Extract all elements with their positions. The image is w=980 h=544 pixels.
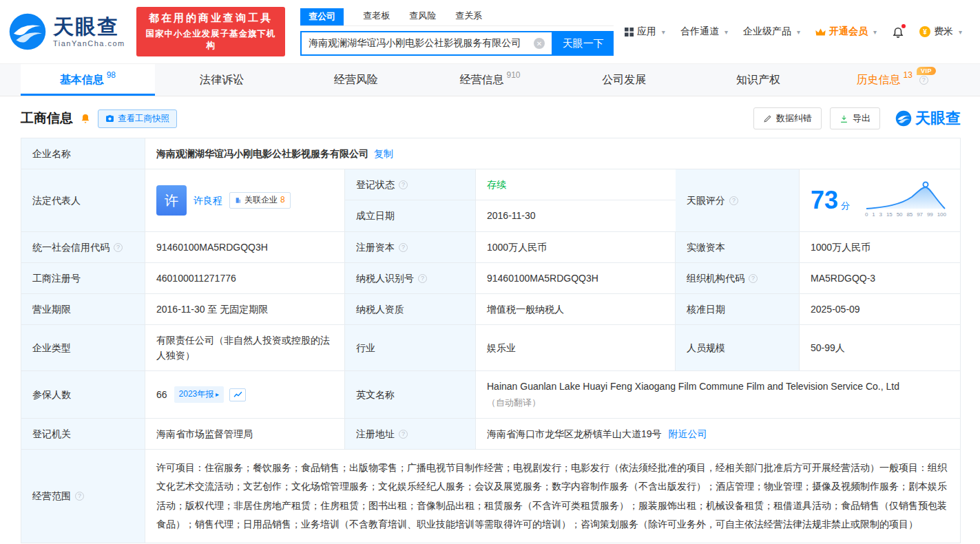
tab-label: 知识产权 xyxy=(736,73,780,87)
info-icon[interactable] xyxy=(919,76,928,85)
reg-status-label: 登记状态 xyxy=(345,169,476,200)
brand-watermark-icon xyxy=(895,110,912,127)
related-companies-badge[interactable]: 关联企业 8 xyxy=(229,192,291,208)
apps-grid-icon xyxy=(625,28,634,36)
notification-dot xyxy=(901,24,906,28)
search-tab-relation[interactable]: 查关系 xyxy=(455,8,482,25)
tab-intellectual-property[interactable]: 知识产权 xyxy=(691,64,826,96)
paid-capital-value: 1000万人民币 xyxy=(800,232,960,262)
info-icon[interactable] xyxy=(418,274,427,283)
insured-count-label: 参保人数 xyxy=(21,371,145,418)
company-name-label: 企业名称 xyxy=(21,138,145,169)
snapshot-button-label: 查看工商快照 xyxy=(118,113,169,125)
logo-subtitle: TianYanCha.com xyxy=(53,39,125,48)
business-term-value: 2016-11-30 至 无固定期限 xyxy=(145,294,345,324)
nav-apps[interactable]: 应用 xyxy=(625,25,665,38)
reg-authority-label: 登记机关 xyxy=(21,419,145,449)
tianyancha-logo[interactable]: 天眼查 TianYanCha.com xyxy=(8,12,125,51)
related-companies-count: 8 xyxy=(280,193,285,207)
search-block: 查公司 查老板 查风险 查关系 天眼一下 xyxy=(300,8,614,56)
search-tab-boss[interactable]: 查老板 xyxy=(363,8,390,25)
snapshot-button[interactable]: 查看工商快照 xyxy=(98,109,177,128)
insured-count-value: 66 2023年报 xyxy=(145,371,345,418)
search-row: 天眼一下 xyxy=(300,31,614,56)
table-row-company-type: 企业类型 有限责任公司（非自然人投资或控股的法人独资） 行业 娱乐业 人员规模 … xyxy=(21,325,960,371)
english-name-label: 英文名称 xyxy=(345,371,476,418)
tab-operation-info[interactable]: 经营信息 910 xyxy=(423,64,557,96)
business-scope-value: 许可项目：住宿服务；餐饮服务；食品销售；出版物零售；广播电视节目制作经营；电视剧… xyxy=(145,450,960,543)
crown-icon xyxy=(815,28,826,36)
info-icon[interactable] xyxy=(729,196,738,205)
establish-date-value: 2016-11-30 xyxy=(476,200,676,231)
notifications-bell[interactable] xyxy=(892,25,904,38)
english-name-value: Hainan Guanlan Lake Huayi Feng Xiaogang … xyxy=(476,371,960,418)
tab-count: 98 xyxy=(107,70,116,80)
taxpayer-id-value: 91460100MA5RDGQQ3H xyxy=(476,263,676,293)
related-companies-label: 关联企业 xyxy=(244,193,278,207)
top-header: 天眼查 TianYanCha.com 都在用的商业查询工具 国家中小企业发展子基… xyxy=(0,0,980,63)
reg-capital-label: 注册资本 xyxy=(345,232,476,262)
tab-count: 13 xyxy=(903,70,912,80)
annual-report-badge[interactable]: 2023年报 xyxy=(174,386,225,402)
taxpayer-quality-label: 纳税人资质 xyxy=(345,294,476,324)
search-tab-company[interactable]: 查公司 xyxy=(300,8,344,25)
table-row-reg-number: 工商注册号 460100011271776 纳税人识别号 91460100MA5… xyxy=(21,263,960,294)
score-axis: 0131550859799100 xyxy=(865,211,946,220)
table-row-insured: 参保人数 66 2023年报 英文名称 Hainan Guanlan Lake … xyxy=(21,371,960,419)
industry-label: 行业 xyxy=(345,325,476,370)
staff-size-value: 50-99人 xyxy=(800,325,960,370)
legal-rep-label: 法定代表人 xyxy=(21,169,145,231)
logo-title: 天眼查 xyxy=(53,17,125,37)
nearby-companies-link[interactable]: 附近公司 xyxy=(669,426,707,441)
score-chart[interactable]: 0131550859799100 xyxy=(865,181,946,220)
search-tab-risk[interactable]: 查风险 xyxy=(409,8,436,25)
info-icon[interactable] xyxy=(114,243,123,252)
export-icon xyxy=(840,114,848,123)
nav-cooperation[interactable]: 合作通道 xyxy=(680,25,728,38)
auto-translate-note: （自动翻译） xyxy=(487,396,541,410)
section-head: 工商信息 查看工商快照 数据纠错 导出 天眼查 xyxy=(21,107,961,129)
credit-code-value: 91460100MA5RDGQQ3H xyxy=(145,232,345,262)
info-icon[interactable] xyxy=(75,492,84,501)
nav-user[interactable]: 费米 xyxy=(919,25,962,38)
copy-link[interactable]: 复制 xyxy=(374,146,393,161)
subscribe-bell-icon[interactable] xyxy=(80,113,91,124)
business-term-label: 营业期限 xyxy=(21,294,145,324)
search-button[interactable]: 天眼一下 xyxy=(553,31,614,56)
company-type-label: 企业类型 xyxy=(21,325,145,370)
data-correction-button[interactable]: 数据纠错 xyxy=(753,107,822,129)
reg-capital-value: 1000万人民币 xyxy=(476,232,676,262)
nav-vip[interactable]: 开通会员 xyxy=(815,25,877,38)
tab-company-development[interactable]: 公司发展 xyxy=(557,64,691,96)
info-icon[interactable] xyxy=(399,430,408,439)
score-label: 天眼评分 xyxy=(676,169,800,231)
tab-history-info[interactable]: 历史信息 13 VIP xyxy=(825,64,959,96)
reg-address-value: 海南省海口市龙华区龙桥镇羊山大道19号 附近公司 xyxy=(476,419,960,449)
tab-label: 经营风险 xyxy=(334,73,378,87)
trend-chart-icon[interactable] xyxy=(229,388,246,401)
table-row-business-term: 营业期限 2016-11-30 至 无固定期限 纳税人资质 增值税一般纳税人 核… xyxy=(21,294,960,325)
table-row-reg-authority: 登记机关 海南省市场监督管理局 注册地址 海南省海口市龙华区龙桥镇羊山大道19号… xyxy=(21,419,960,450)
tab-operation-risk[interactable]: 经营风险 xyxy=(289,64,423,96)
tab-label: 基本信息 xyxy=(60,73,104,87)
info-icon[interactable] xyxy=(749,274,758,283)
search-input[interactable] xyxy=(302,38,534,49)
right-tools: 数据纠错 导出 天眼查 xyxy=(753,107,961,129)
legal-rep-name-link[interactable]: 许良程 xyxy=(194,193,222,208)
info-icon[interactable] xyxy=(399,243,408,252)
legal-rep-avatar[interactable]: 许 xyxy=(156,185,187,216)
tab-basic-info[interactable]: 基本信息 98 xyxy=(21,64,155,96)
related-companies-icon xyxy=(235,197,242,204)
clear-search-icon[interactable] xyxy=(534,38,545,49)
establish-date-pair: 成立日期 2016-11-30 xyxy=(345,200,676,231)
score-number: 73 xyxy=(811,186,838,214)
info-icon[interactable] xyxy=(399,180,408,189)
score-curve-icon xyxy=(865,181,946,210)
reg-number-label: 工商注册号 xyxy=(21,263,145,293)
tab-legal-litigation[interactable]: 法律诉讼 xyxy=(155,64,289,96)
company-name-value: 海南观澜湖华谊冯小刚电影公社影视服务有限公司 复制 xyxy=(145,138,960,169)
export-button[interactable]: 导出 xyxy=(830,107,880,129)
trend-line-icon xyxy=(233,391,242,398)
tab-label: 经营信息 xyxy=(460,73,504,87)
nav-enterprise[interactable]: 企业级产品 xyxy=(743,25,800,38)
